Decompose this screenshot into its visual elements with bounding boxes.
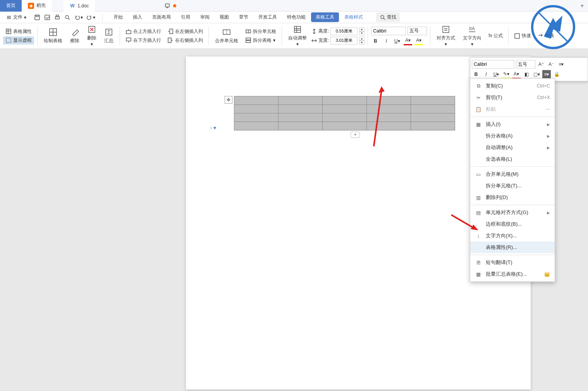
underline-button[interactable]: U▾ bbox=[393, 37, 401, 45]
ctx-text-direction[interactable]: ↕ 文字方向(X)... bbox=[470, 230, 555, 242]
draw-table-button[interactable]: 绘制表格 bbox=[41, 26, 65, 46]
file-menu-button[interactable]: 文件 ▾ bbox=[3, 12, 29, 22]
add-row-button[interactable]: + bbox=[351, 132, 360, 138]
mini-font-select[interactable] bbox=[472, 60, 514, 69]
ctx-copy[interactable]: ⧉ 复制(C) Ctrl+C bbox=[470, 80, 555, 92]
ctx-batch-sum[interactable]: ▦ 批量汇总表格(E)... 👑 bbox=[470, 268, 555, 280]
tab-chapter[interactable]: 章节 bbox=[234, 12, 253, 22]
tab-insert[interactable]: 插入 bbox=[128, 12, 147, 22]
mini-bold[interactable]: B bbox=[472, 70, 480, 79]
mini-underline[interactable]: U▾ bbox=[492, 70, 500, 79]
text-direction-button[interactable]: IIA文字方向▾ bbox=[460, 23, 485, 48]
width-spinner[interactable]: ▴▾ bbox=[359, 37, 364, 45]
ctx-select-table[interactable]: 全选表格(L) bbox=[470, 153, 555, 165]
mini-grow-font[interactable]: A⁺ bbox=[537, 60, 545, 69]
font-color-button[interactable]: A▾ bbox=[404, 37, 412, 45]
tab-page-layout[interactable]: 页面布局 bbox=[148, 12, 175, 22]
sum-button[interactable]: Σ汇总 bbox=[101, 26, 117, 46]
split-cell-button[interactable]: 拆分单元格 bbox=[243, 27, 279, 36]
ctx-table-properties[interactable]: 表格属性(R)... bbox=[470, 242, 555, 253]
tab-table-style[interactable]: 表格样式 bbox=[340, 12, 368, 22]
split-cell-icon bbox=[245, 28, 251, 34]
tab-special[interactable]: 特色功能 bbox=[282, 12, 310, 22]
mini-italic[interactable]: I bbox=[482, 70, 490, 79]
svg-rect-32 bbox=[168, 38, 171, 43]
ctx-delete-col[interactable]: ▥ 删除列(D) bbox=[470, 192, 555, 203]
ribbon-size-select[interactable] bbox=[407, 27, 427, 35]
redo-button[interactable]: ▾ bbox=[87, 14, 95, 21]
formula-button[interactable]: fx 公式 bbox=[486, 32, 505, 40]
quick-icon bbox=[514, 33, 520, 39]
merge-cells-button[interactable]: 合并单元格 bbox=[212, 26, 241, 46]
ctx-cut[interactable]: ✂ 剪切(T) Ctrl+X bbox=[470, 92, 555, 103]
save-as-icon[interactable] bbox=[44, 14, 50, 21]
ctx-autofit[interactable]: 自动调整(A) ▶ bbox=[470, 142, 555, 153]
tab-dev-tools[interactable]: 开发工具 bbox=[254, 12, 282, 22]
insert-row-below-button[interactable]: 在下方插入行 bbox=[123, 36, 163, 45]
mini-line-spacing[interactable]: ≡▾ bbox=[557, 60, 566, 69]
alignment-button[interactable]: 对齐方式▾ bbox=[433, 23, 458, 48]
mini-lock[interactable]: 🔒 bbox=[552, 70, 561, 79]
mini-shrink-font[interactable]: A⁻ bbox=[547, 60, 555, 69]
search-icon bbox=[380, 15, 385, 20]
ribbon-tabs: 开始 插入 页面布局 引用 审阅 视图 章节 开发工具 特色功能 表格工具 表格… bbox=[109, 12, 368, 22]
show-ruler-button[interactable]: 显示虚框 bbox=[3, 36, 34, 45]
insert-col-right-button[interactable]: 在右侧插入列 bbox=[165, 36, 205, 45]
tab-references[interactable]: 引用 bbox=[176, 12, 195, 22]
tab-table-tools[interactable]: 表格工具 bbox=[311, 12, 339, 22]
split-table-button[interactable]: 拆分表格▾ bbox=[243, 36, 279, 45]
cell-align-icon: ▤ bbox=[475, 209, 482, 216]
ribbon-font-select[interactable] bbox=[371, 27, 406, 35]
height-icon bbox=[311, 29, 317, 34]
mini-border[interactable]: ▢▾ bbox=[532, 70, 541, 79]
width-input[interactable] bbox=[330, 37, 358, 45]
tab-review[interactable]: 审阅 bbox=[196, 12, 214, 22]
svg-rect-17 bbox=[6, 38, 11, 43]
mini-align[interactable]: ≡▾ bbox=[542, 70, 551, 79]
autofit-button[interactable]: 自动调整▾ bbox=[285, 23, 310, 48]
insert-col-left-button[interactable]: 在左侧插入列 bbox=[165, 27, 205, 36]
titlebar: 首页 ◉ 稻壳 W 1.doc + bbox=[0, 0, 588, 12]
ctx-translate[interactable]: 🖹 短句翻译(T) bbox=[470, 257, 555, 268]
tab-document[interactable]: W 1.doc bbox=[64, 0, 95, 12]
highlight-button[interactable]: A▾ bbox=[414, 37, 423, 45]
ctx-border-shading[interactable]: 边框和底纹(B)... bbox=[470, 218, 555, 230]
mini-font-color[interactable]: A▾ bbox=[512, 70, 521, 79]
ctx-cell-align[interactable]: ▤ 单元格对齐方式(G) ▶ bbox=[470, 207, 555, 218]
table-properties-button[interactable]: 表格属性 bbox=[3, 27, 34, 36]
delete-button[interactable]: 删除▾ bbox=[84, 23, 100, 48]
mini-toolbar: A⁺ A⁻ ≡▾ B I U▾ ✎▾ A▾ ◧ ▢▾ ≡▾ 🔒 bbox=[470, 57, 588, 81]
tab-view[interactable]: 视图 bbox=[215, 12, 234, 22]
save-icon[interactable] bbox=[34, 14, 40, 21]
ctx-split-cell[interactable]: 拆分单元格(T)... bbox=[470, 180, 555, 192]
height-spinner[interactable]: ▴▾ bbox=[359, 27, 364, 35]
tab-rice-shell[interactable]: ◉ 稻壳 bbox=[22, 0, 52, 12]
print-preview-icon[interactable] bbox=[64, 14, 70, 21]
mini-size-select[interactable] bbox=[516, 60, 535, 69]
svg-rect-5 bbox=[35, 15, 40, 20]
mini-highlight[interactable]: ✎▾ bbox=[502, 70, 511, 79]
bold-button[interactable]: B bbox=[371, 37, 380, 45]
svg-rect-40 bbox=[294, 26, 301, 33]
search-box[interactable]: 查找 bbox=[376, 12, 400, 22]
mini-format-painter[interactable]: ◧ bbox=[522, 70, 531, 79]
row-below-icon bbox=[126, 37, 132, 43]
ctx-merge-cells[interactable]: ▭ 合并单元格(M) bbox=[470, 168, 555, 180]
table-move-handle[interactable]: ✥ bbox=[225, 96, 232, 104]
svg-text:Σ: Σ bbox=[107, 29, 111, 35]
tab-home[interactable]: 首页 bbox=[0, 0, 22, 12]
tab-start[interactable]: 开始 bbox=[109, 12, 127, 22]
eraser-button[interactable]: 擦除 bbox=[67, 26, 83, 46]
print-icon[interactable] bbox=[54, 14, 60, 21]
translate-icon: 🖹 bbox=[475, 259, 482, 266]
undo-button[interactable]: ▾ bbox=[74, 14, 83, 21]
new-tab-button[interactable]: + bbox=[576, 2, 588, 9]
pencil-table-icon bbox=[48, 27, 58, 37]
align-icon bbox=[441, 25, 450, 34]
document-table[interactable] bbox=[234, 96, 455, 130]
italic-button[interactable]: I bbox=[382, 37, 390, 45]
insert-row-above-button[interactable]: 在上方插入行 bbox=[123, 27, 163, 36]
ctx-insert[interactable]: ▦ 插入(I) ▶ bbox=[470, 118, 555, 130]
height-input[interactable] bbox=[330, 27, 358, 35]
ctx-split-table[interactable]: 拆分表格(A) ▶ bbox=[470, 130, 555, 142]
